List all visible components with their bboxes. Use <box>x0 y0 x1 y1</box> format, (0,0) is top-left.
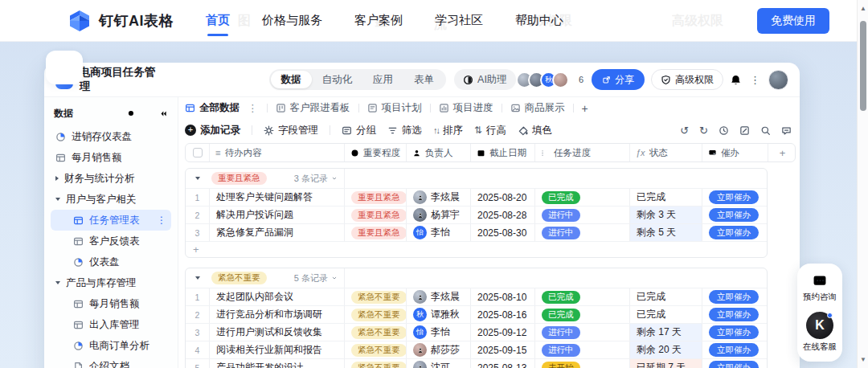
sidebar-item-intro-doc[interactable]: 介绍文档 <box>51 356 171 368</box>
view-tab-plan[interactable]: 项目计划 <box>367 101 422 115</box>
remind-cell[interactable]: 立即催办 <box>702 324 768 341</box>
due-date-cell[interactable]: 2025-09-12 <box>471 324 535 341</box>
view-tab-progress[interactable]: 项目进度 <box>439 101 493 115</box>
sidebar-group-users-customers[interactable]: 用户与客户相关 <box>51 189 171 210</box>
group-pill[interactable]: 重要且紧急 <box>211 172 267 185</box>
owner-cell[interactable]: 李炫晨 <box>407 288 471 305</box>
progress-cell[interactable]: 已完成 <box>535 306 630 323</box>
brand[interactable]: 钉钉AI表格 <box>68 9 174 33</box>
due-date-cell[interactable]: 2025-08-20 <box>471 189 535 206</box>
priority-cell[interactable]: 紧急不重要 <box>345 306 407 323</box>
due-date-cell[interactable]: 2025-08-13 <box>471 359 535 368</box>
add-record-button[interactable]: + 添加记录 <box>185 124 240 137</box>
consult-label[interactable]: 预约咨询 <box>803 292 837 303</box>
nav-item-community[interactable]: 学习社区 <box>435 13 483 28</box>
service-label[interactable]: 在线客服 <box>803 341 837 353</box>
remind-button[interactable]: 立即催办 <box>709 190 759 204</box>
progress-cell[interactable]: 已完成 <box>535 288 630 305</box>
table-row[interactable]: 2 解决用户投诉问题 重要且紧急 杨算宇 2025-08-28 进行中 剩余 3… <box>186 206 767 223</box>
nav-item-home[interactable]: 首页 <box>206 13 230 28</box>
search-icon[interactable] <box>760 125 771 136</box>
priority-cell[interactable]: 重要且紧急 <box>345 224 407 241</box>
group-button[interactable]: 分组 <box>342 124 376 137</box>
sidebar-item-monthly-sales[interactable]: 每月销售额 <box>51 147 171 168</box>
status-cell[interactable]: 剩余 17 天 <box>630 324 702 341</box>
add-view-button[interactable]: + <box>582 102 588 115</box>
table-row[interactable]: 3 紧急修复产品漏洞 重要且紧急 怡李怡 2025-08-30 进行中 剩余 5… <box>186 223 767 241</box>
add-column-button[interactable]: + <box>768 144 796 162</box>
status-cell[interactable]: 已完成 <box>630 306 702 323</box>
remind-cell[interactable]: 立即催办 <box>702 224 768 241</box>
record-edit-icon[interactable] <box>739 125 750 136</box>
task-cell[interactable]: 发起团队内部会议 <box>210 288 345 305</box>
search-icon[interactable] <box>127 109 136 118</box>
column-status[interactable]: ƒx 状态 <box>630 144 702 162</box>
status-cell[interactable]: 已完成 <box>630 189 702 206</box>
priority-cell[interactable]: 重要且紧急 <box>345 189 407 206</box>
progress-cell[interactable]: 进行中 <box>535 206 630 223</box>
owner-cell[interactable]: 秋谭雅秋 <box>407 306 471 323</box>
task-cell[interactable]: 产品功能开发的设计 <box>210 359 345 368</box>
column-priority[interactable]: 重要程度 <box>345 144 407 162</box>
sidebar-item-warehouse[interactable]: 出入库管理 <box>51 314 171 335</box>
owner-cell[interactable]: 杨算宇 <box>407 206 471 223</box>
group-count[interactable]: 3 条记录 <box>294 173 338 185</box>
history-icon[interactable] <box>719 125 729 136</box>
task-cell[interactable]: 处理客户关键问题解答 <box>210 189 345 206</box>
due-date-cell[interactable]: 2025-08-10 <box>471 288 535 305</box>
column-due-date[interactable]: 截止日期 <box>471 144 535 162</box>
status-cell[interactable]: 已完成 <box>630 288 702 305</box>
owner-cell[interactable]: 李炫晨 <box>407 189 471 206</box>
group-header[interactable]: 紧急不重要 5 条记录 <box>186 268 767 288</box>
sidebar-item-customer-feedback[interactable]: 客户反馈表 <box>51 231 171 251</box>
tab-automation[interactable]: 自动化 <box>312 71 363 88</box>
tab-form[interactable]: 表单 <box>403 71 444 88</box>
owner-cell[interactable]: 沈可 <box>407 359 471 368</box>
remind-button[interactable]: 立即催办 <box>709 208 759 222</box>
item-more-icon[interactable]: ⋮ <box>157 215 166 226</box>
task-cell[interactable]: 进行竞品分析和市场调研 <box>210 306 345 323</box>
priority-cell[interactable]: 紧急不重要 <box>345 288 407 305</box>
sidebar-group-finance[interactable]: 财务与统计分析 <box>51 168 171 189</box>
free-trial-button[interactable]: 免费使用 <box>757 8 829 34</box>
share-button[interactable]: 分享 <box>592 69 645 90</box>
due-date-cell[interactable]: 2025-08-30 <box>471 224 535 241</box>
task-cell[interactable]: 进行用户测试和反馈收集 <box>210 324 345 341</box>
table-row[interactable]: 5 产品功能开发的设计 紧急不重要 沈可 2025-08-13 未开始 已延期 … <box>186 358 767 368</box>
filter-button[interactable]: 筛选 <box>387 124 422 137</box>
status-cell[interactable]: 剩余 3 天 <box>630 206 702 223</box>
due-date-cell[interactable]: 2025-08-16 <box>471 306 535 323</box>
redo-icon[interactable]: ↻ <box>699 125 708 137</box>
progress-cell[interactable]: 进行中 <box>535 341 630 358</box>
due-date-cell[interactable]: 2025-08-28 <box>471 206 535 223</box>
collapse-sidebar-icon[interactable] <box>159 109 168 118</box>
remind-cell[interactable]: 立即催办 <box>702 341 768 358</box>
caret-down-icon[interactable] <box>195 276 200 280</box>
sidebar-item-dashboard[interactable]: 仪表盘 <box>51 251 171 272</box>
remind-button[interactable]: 立即催办 <box>709 343 759 357</box>
due-date-cell[interactable]: 2025-09-15 <box>471 341 535 358</box>
fill-color-button[interactable]: 填色 <box>518 124 552 137</box>
column-owner[interactable]: 负责人 <box>407 144 471 162</box>
remind-button[interactable]: 立即催办 <box>709 290 759 304</box>
scrollbar-thumb[interactable] <box>860 21 866 111</box>
remind-cell[interactable]: 立即催办 <box>702 306 768 323</box>
field-manage-button[interactable]: 字段管理 <box>264 124 318 137</box>
task-cell[interactable]: 解决用户投诉问题 <box>210 206 345 223</box>
table-row[interactable]: 2 进行竞品分析和市场调研 紧急不重要 秋谭雅秋 2025-08-16 已完成 … <box>186 305 767 323</box>
progress-cell[interactable]: 进行中 <box>535 224 630 241</box>
remind-cell[interactable]: 立即催办 <box>702 189 768 206</box>
remind-button[interactable]: 立即催办 <box>709 226 759 239</box>
priority-cell[interactable]: 紧急不重要 <box>345 359 407 368</box>
status-cell[interactable]: 剩余 20 天 <box>630 341 702 358</box>
priority-cell[interactable]: 重要且紧急 <box>345 206 407 223</box>
priority-cell[interactable]: 紧急不重要 <box>345 341 407 358</box>
column-task[interactable]: ≡ 待办内容 <box>210 144 345 162</box>
sidebar-item-inventory-dashboard[interactable]: 进销存仪表盘 <box>51 126 171 147</box>
sidebar-group-product-inventory[interactable]: 产品与库存管理 <box>51 272 171 293</box>
undo-icon[interactable]: ↺ <box>680 125 689 137</box>
page-scrollbar[interactable]: ▲ ▼ <box>857 0 868 368</box>
remind-cell[interactable]: 立即催办 <box>702 206 768 223</box>
owner-cell[interactable]: 怡李怡 <box>407 324 471 341</box>
tab-data[interactable]: 数据 <box>271 71 312 88</box>
